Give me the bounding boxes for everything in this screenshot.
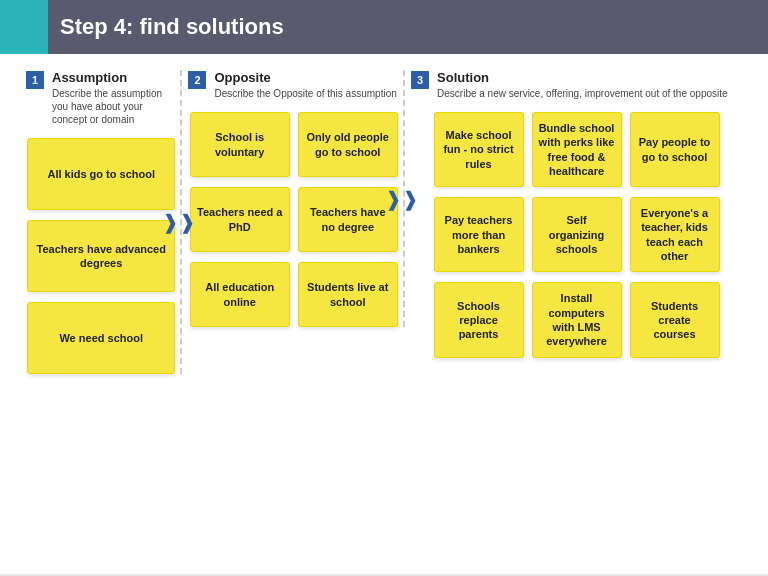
opposite-cards: School is voluntary Only old people go t…: [188, 112, 399, 327]
card-all-kids: All kids go to school: [27, 138, 175, 210]
assumption-num: 1: [26, 71, 44, 89]
arrow-1-to-2: ❱❱: [162, 210, 196, 234]
teal-accent-bar: [0, 0, 48, 54]
opposite-header: 2 Opposite Describe the Opposite of this…: [188, 70, 399, 100]
page-title: Step 4: find solutions: [60, 14, 284, 39]
opposite-row-1: School is voluntary Only old people go t…: [188, 112, 399, 177]
card-school-voluntary: School is voluntary: [190, 112, 290, 177]
card-need-school: We need school: [27, 302, 175, 374]
card-install-computers: Install computers with LMS everywhere: [532, 282, 622, 357]
solution-row-3: Schools replace parents Install computer…: [411, 282, 742, 357]
opposite-desc: Describe the Opposite of this assumption: [214, 87, 396, 100]
card-old-people: Only old people go to school: [298, 112, 398, 177]
card-teachers-degrees: Teachers have advanced degrees: [27, 220, 175, 292]
main-content: 1 Assumption Describe the assumption you…: [0, 54, 768, 574]
card-live-at-school: Students live at school: [298, 262, 398, 327]
card-bundle-school: Bundle school with perks like free food …: [532, 112, 622, 187]
arrow-2-to-3: ❱❱: [385, 187, 419, 211]
opposite-column: 2 Opposite Describe the Opposite of this…: [182, 70, 405, 327]
card-education-online: All education online: [190, 262, 290, 327]
assumption-column: 1 Assumption Describe the assumption you…: [20, 70, 182, 374]
card-everyones-teacher: Everyone's a teacher, kids teach each ot…: [630, 197, 720, 272]
opposite-row-2: Teachers need a PhD Teachers have no deg…: [188, 187, 399, 252]
solution-num: 3: [411, 71, 429, 89]
header: Step 4: find solutions: [0, 0, 768, 54]
solution-column: 3 Solution Describe a new service, offer…: [405, 70, 748, 358]
assumption-row-3: We need school: [26, 302, 176, 374]
solution-title: Solution: [437, 70, 728, 85]
solution-row-2: Pay teachers more than bankers Self orga…: [411, 197, 742, 272]
card-students-courses: Students create courses: [630, 282, 720, 357]
assumption-row-2: Teachers have advanced degrees: [26, 220, 176, 292]
solution-header: 3 Solution Describe a new service, offer…: [411, 70, 742, 100]
card-no-degree: Teachers have no degree: [298, 187, 398, 252]
card-replace-parents: Schools replace parents: [434, 282, 524, 357]
card-teachers-phd: Teachers need a PhD: [190, 187, 290, 252]
opposite-title: Opposite: [214, 70, 396, 85]
solution-desc: Describe a new service, offering, improv…: [437, 87, 728, 100]
card-pay-teachers: Pay teachers more than bankers: [434, 197, 524, 272]
solution-cards: Make school fun - no strict rules Bundle…: [411, 112, 742, 358]
solution-row-1: Make school fun - no strict rules Bundle…: [411, 112, 742, 187]
assumption-header: 1 Assumption Describe the assumption you…: [26, 70, 176, 126]
opposite-num: 2: [188, 71, 206, 89]
opposite-row-3: All education online Students live at sc…: [188, 262, 399, 327]
assumption-title: Assumption: [52, 70, 176, 85]
card-school-fun: Make school fun - no strict rules: [434, 112, 524, 187]
assumption-row-1: All kids go to school: [26, 138, 176, 210]
card-self-organizing: Self organizing schools: [532, 197, 622, 272]
assumption-desc: Describe the assumption you have about y…: [52, 87, 176, 126]
card-pay-people: Pay people to go to school: [630, 112, 720, 187]
assumption-cards: All kids go to school Teachers have adva…: [26, 138, 176, 374]
